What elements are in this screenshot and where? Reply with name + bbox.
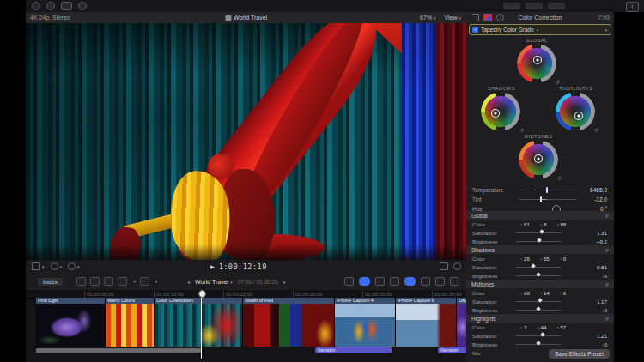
badge-pill-icon[interactable] — [61, 2, 72, 10]
slider-handle[interactable] — [536, 341, 541, 346]
temperature-slider[interactable] — [519, 190, 576, 190]
share-icon[interactable]: ↑ — [626, 2, 639, 12]
reset-icon[interactable]: ↺ — [519, 127, 524, 133]
reset-icon[interactable]: ↺ — [605, 316, 609, 322]
timeline-clip[interactable]: Color Celebration — [155, 298, 243, 347]
fit-icon[interactable] — [440, 262, 448, 270]
timeline-clip[interactable]: Warm Colors — [106, 298, 155, 347]
brightness-value[interactable]: +0.2 — [597, 238, 607, 244]
record-icon[interactable] — [32, 2, 40, 10]
color-field[interactable]: ◂81 — [520, 221, 530, 227]
slider-handle[interactable] — [540, 196, 542, 202]
wheel-puck[interactable] — [533, 56, 542, 64]
storyline-lane[interactable] — [36, 348, 201, 353]
timeline-clip[interactable]: iPhone Capture 6 — [396, 298, 457, 347]
timeline-clip[interactable]: iPhone Capture 4 — [335, 298, 396, 347]
timeline-project-dropdown[interactable]: World Travel▾ — [195, 279, 233, 285]
stepper-icon[interactable]: ◂ — [540, 291, 542, 295]
shadows-section-header[interactable]: Shadows ↺ — [466, 245, 614, 254]
saturation-slider[interactable] — [516, 335, 561, 336]
temperature-value[interactable]: 6465.0 — [590, 187, 607, 193]
saturation-slider[interactable] — [516, 301, 561, 302]
global-color-wheel[interactable]: ↺ — [517, 44, 556, 83]
slider-handle[interactable] — [546, 187, 548, 193]
reset-icon[interactable]: ↺ — [594, 127, 598, 133]
transform-dropdown[interactable]: ▾ — [32, 262, 45, 270]
stepper-icon[interactable]: ◂ — [540, 222, 542, 226]
highlights-color-wheel[interactable]: ↺ — [556, 92, 595, 131]
stepper-icon[interactable]: ◂ — [520, 222, 522, 226]
effects-browser-icon[interactable] — [435, 277, 445, 286]
browser-toggle-icon[interactable] — [503, 3, 520, 9]
solo-icon[interactable] — [390, 277, 399, 286]
slider-handle[interactable] — [536, 272, 541, 277]
play-button[interactable]: ▶ — [210, 263, 215, 269]
info-inspector-icon[interactable]: i — [496, 14, 504, 21]
reset-icon[interactable]: ↺ — [557, 175, 562, 181]
saturation-slider[interactable] — [516, 232, 561, 233]
stepper-icon[interactable]: ◂ — [520, 256, 522, 261]
audio-meter-icon[interactable] — [421, 277, 430, 286]
retime-dropdown[interactable]: ▾ — [68, 262, 80, 270]
saturation-value[interactable]: 0.81 — [597, 264, 607, 270]
skimming-icon[interactable] — [359, 277, 370, 286]
color-field[interactable]: ◂6 — [560, 290, 566, 296]
color-field[interactable]: ◂88 — [556, 221, 566, 227]
effect-enabled-checkbox[interactable]: ✓ — [472, 27, 478, 33]
slider-handle[interactable] — [531, 263, 536, 268]
narration-clip[interactable]: Narration — [315, 347, 392, 353]
stepper-icon[interactable]: ◂ — [537, 325, 538, 329]
midtones-section-header[interactable]: Midtones ↺ — [466, 280, 614, 288]
slider-handle[interactable] — [537, 238, 542, 243]
narration-clip[interactable]: Narration — [438, 347, 469, 353]
save-effects-preset-button[interactable]: Save Effects Preset — [549, 349, 610, 359]
audio-skimming-icon[interactable] — [375, 277, 385, 286]
tool-select-icon[interactable] — [140, 277, 149, 286]
index-button[interactable]: Index — [38, 278, 63, 286]
reset-icon[interactable]: ↺ — [556, 79, 560, 85]
brightness-value[interactable]: -0 — [602, 341, 607, 347]
timeline-forward-icon[interactable]: ▸ — [283, 279, 286, 285]
saturation-value[interactable]: 1.21 — [597, 333, 607, 339]
timer-icon[interactable] — [78, 2, 87, 10]
clip-appearance-icon[interactable] — [118, 277, 127, 286]
timeline-toggle-icon[interactable] — [526, 3, 543, 9]
wheel-face[interactable] — [485, 96, 516, 127]
wheel-puck[interactable] — [534, 154, 543, 163]
shadows-color-wheel[interactable]: ↺ — [481, 92, 520, 131]
effects-dropdown[interactable]: ▾ — [51, 262, 63, 270]
global-section-header[interactable]: Global ↺ — [466, 211, 614, 220]
video-inspector-icon[interactable] — [471, 14, 479, 21]
brightness-slider[interactable] — [516, 344, 561, 345]
slider-handle[interactable] — [540, 332, 545, 337]
stepper-icon[interactable]: ◂ — [560, 256, 562, 261]
user-icon[interactable] — [46, 2, 55, 10]
effect-selector[interactable]: ✓ Tapestry Color Grade ▾ ▾ — [469, 24, 611, 35]
color-field[interactable]: ◂55 — [540, 256, 550, 262]
color-field[interactable]: ◂57 — [556, 324, 566, 330]
wheel-puck[interactable] — [491, 109, 500, 118]
extract-icon[interactable] — [90, 277, 100, 286]
saturation-value[interactable]: 1.17 — [597, 299, 607, 305]
color-field[interactable]: ◂0 — [560, 256, 566, 262]
viewer-canvas[interactable] — [26, 23, 466, 260]
saturation-value[interactable]: 1.31 — [597, 230, 607, 236]
trim-icon[interactable] — [344, 277, 354, 286]
playhead-handle[interactable] — [198, 290, 206, 298]
stepper-icon[interactable]: ◂ — [556, 325, 558, 329]
tint-value[interactable]: -12.0 — [594, 196, 607, 202]
timeline-clip[interactable]: Swath of Red — [243, 298, 335, 347]
timeline-clip[interactable]: First Light — [36, 298, 106, 347]
midtones-color-wheel[interactable]: ↺ — [519, 140, 558, 179]
keyword-icon[interactable] — [76, 277, 86, 286]
stepper-icon[interactable]: ◂ — [520, 291, 522, 295]
brightness-value[interactable]: -0 — [602, 273, 607, 279]
stepper-icon[interactable]: ◂ — [520, 325, 522, 329]
wheel-puck[interactable] — [574, 112, 583, 120]
snapping-icon[interactable] — [404, 277, 416, 286]
color-field[interactable]: ◂3 — [520, 324, 526, 330]
stepper-icon[interactable]: ◂ — [556, 222, 558, 226]
brightness-slider[interactable] — [516, 275, 561, 276]
stepper-icon[interactable]: ◂ — [540, 256, 542, 261]
reset-icon[interactable]: ↺ — [605, 247, 609, 253]
